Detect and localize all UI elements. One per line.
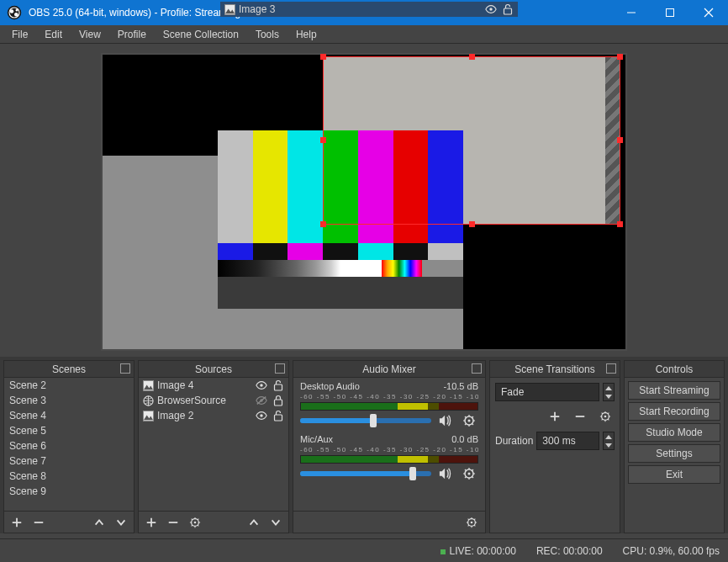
lock-toggle[interactable] xyxy=(272,395,285,406)
menu-tools[interactable]: Tools xyxy=(249,27,286,42)
mixer-dock-title: Audio Mixer xyxy=(293,361,485,378)
transition-select[interactable]: Fade xyxy=(495,383,599,401)
source-label: Image 2 xyxy=(157,410,251,422)
menu-edit[interactable]: Edit xyxy=(38,27,69,42)
scene-item[interactable]: Scene 3 xyxy=(4,393,134,408)
scene-item[interactable]: Scene 5 xyxy=(4,423,134,438)
preview-source-bg-bottom xyxy=(103,309,463,349)
menu-view[interactable]: View xyxy=(72,27,108,42)
scenes-toolbar xyxy=(4,511,134,533)
mixer-channel: Mic/Aux0.0 dB-60 -55 -50 -45 -40 -35 -30… xyxy=(293,431,485,484)
duration-value: 300 ms xyxy=(542,435,575,447)
minimize-button[interactable] xyxy=(612,0,651,25)
chevron-up-icon[interactable] xyxy=(604,432,614,441)
mixer-settings-button[interactable] xyxy=(462,514,482,531)
maximize-button[interactable] xyxy=(651,0,689,25)
menu-profile[interactable]: Profile xyxy=(111,27,153,42)
channel-settings-button[interactable] xyxy=(460,465,478,482)
start-streaming-button[interactable]: Start Streaming xyxy=(628,381,720,400)
channel-db: 0.0 dB xyxy=(451,434,478,444)
add-scene-button[interactable] xyxy=(8,514,26,531)
svg-point-23 xyxy=(260,414,263,417)
remove-scene-button[interactable] xyxy=(29,514,48,531)
scenes-float-icon[interactable] xyxy=(120,363,130,374)
chevron-down-icon[interactable] xyxy=(604,392,614,400)
scene-down-button[interactable] xyxy=(112,514,130,531)
sources-list[interactable]: Image 4Image 3BrowserSourceImage 2 xyxy=(139,378,288,511)
source-item[interactable]: Image 2 xyxy=(139,408,288,423)
mixer-dock: Audio Mixer Desktop Audio-10.5 dB-60 -55… xyxy=(293,360,486,533)
image-icon xyxy=(142,379,154,391)
transition-properties-button[interactable] xyxy=(596,408,615,425)
scenes-list[interactable]: Scene 1Scene 2Scene 3Scene 4Scene 5Scene… xyxy=(4,378,134,511)
transitions-float-icon[interactable] xyxy=(606,363,616,374)
remove-transition-button[interactable] xyxy=(571,408,589,425)
transitions-title-label: Scene Transitions xyxy=(514,363,594,375)
meter-ticks: -60 -55 -50 -45 -40 -35 -30 -25 -20 -15 … xyxy=(300,446,478,453)
close-button[interactable] xyxy=(689,0,728,25)
dock-row: Scenes Scene 1Scene 2Scene 3Scene 4Scene… xyxy=(0,357,728,533)
sources-float-icon[interactable] xyxy=(275,363,285,374)
source-down-button[interactable] xyxy=(266,514,285,531)
duration-input[interactable]: 300 ms xyxy=(536,432,599,450)
source-label: BrowserSource xyxy=(157,395,251,406)
status-live: LIVE: 00:00:00 xyxy=(440,545,515,557)
source-item[interactable]: BrowserSource xyxy=(139,393,288,408)
meter-ticks: -60 -55 -50 -45 -40 -35 -30 -25 -20 -15 … xyxy=(300,393,478,400)
mixer-body: Desktop Audio-10.5 dB-60 -55 -50 -45 -40… xyxy=(293,378,485,511)
channel-name: Desktop Audio xyxy=(300,381,360,391)
mute-button[interactable] xyxy=(436,465,455,482)
preview-canvas[interactable] xyxy=(103,55,625,349)
visibility-toggle[interactable] xyxy=(255,395,268,406)
preview-smpte-row3 xyxy=(218,260,463,277)
sources-toolbar xyxy=(139,511,288,533)
scene-item[interactable]: Scene 6 xyxy=(4,438,134,453)
volume-slider[interactable] xyxy=(300,471,431,476)
svg-point-26 xyxy=(194,521,197,523)
mixer-float-icon[interactable] xyxy=(472,363,482,374)
source-properties-button[interactable] xyxy=(186,514,204,531)
scenes-dock: Scenes Scene 1Scene 2Scene 3Scene 4Scene… xyxy=(3,360,135,533)
menu-help[interactable]: Help xyxy=(289,27,324,42)
chevron-down-icon[interactable] xyxy=(604,441,614,449)
transitions-dock: Scene Transitions Fade Duration xyxy=(489,360,620,533)
channel-name: Mic/Aux xyxy=(300,434,333,444)
sources-dock: Sources Image 4Image 3BrowserSourceImage… xyxy=(138,360,289,533)
svg-rect-20 xyxy=(275,400,282,406)
source-item[interactable]: Image 4 xyxy=(139,378,288,393)
volume-slider[interactable] xyxy=(300,418,431,423)
scene-item[interactable]: Scene 8 xyxy=(4,469,134,484)
visibility-toggle[interactable] xyxy=(255,379,268,391)
lock-toggle[interactable] xyxy=(272,410,285,422)
scene-item[interactable]: Scene 4 xyxy=(4,408,134,423)
start-recording-button[interactable]: Start Recording xyxy=(628,402,720,421)
scene-item[interactable]: Scene 2 xyxy=(4,378,134,393)
source-up-button[interactable] xyxy=(245,514,263,531)
menu-scene-collection[interactable]: Scene Collection xyxy=(156,27,245,42)
channel-settings-button[interactable] xyxy=(460,412,478,429)
scene-item[interactable]: Scene 7 xyxy=(4,453,134,469)
remove-source-button[interactable] xyxy=(164,514,182,531)
scene-up-button[interactable] xyxy=(90,514,108,531)
add-source-button[interactable] xyxy=(142,514,161,531)
mute-button[interactable] xyxy=(436,412,455,429)
controls-dock: Controls Start Streaming Start Recording… xyxy=(624,360,725,533)
menu-file[interactable]: File xyxy=(5,27,34,42)
sources-title-label: Sources xyxy=(195,363,232,375)
lock-toggle[interactable] xyxy=(272,379,285,391)
svg-point-34 xyxy=(604,416,607,418)
transition-select-spinner[interactable] xyxy=(603,383,615,401)
preview-source-bg-left xyxy=(103,156,218,309)
scenes-dock-title: Scenes xyxy=(4,361,134,378)
duration-spinner[interactable] xyxy=(603,432,615,450)
svg-point-32 xyxy=(471,521,473,523)
exit-button[interactable]: Exit xyxy=(628,465,720,484)
chevron-up-icon[interactable] xyxy=(604,384,614,392)
visibility-toggle[interactable] xyxy=(255,410,268,422)
scene-item[interactable]: Scene 9 xyxy=(4,484,134,499)
add-transition-button[interactable] xyxy=(546,408,564,425)
svg-point-28 xyxy=(468,420,471,422)
studio-mode-button[interactable]: Studio Mode xyxy=(628,423,720,442)
mixer-toolbar xyxy=(293,511,485,533)
settings-button[interactable]: Settings xyxy=(628,444,720,463)
